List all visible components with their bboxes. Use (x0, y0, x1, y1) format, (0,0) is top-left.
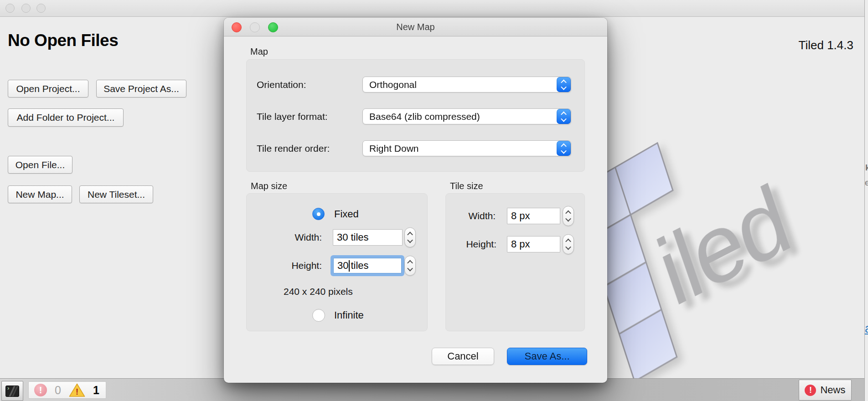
tile-layer-format-value: Base64 (zlib compressed) (369, 111, 480, 122)
issues-counter[interactable]: ! 0 ! 1 (28, 381, 106, 399)
tile-layer-format-select[interactable]: Base64 (zlib compressed) (362, 108, 571, 124)
save-project-as-button[interactable]: Save Project As... (96, 80, 186, 98)
tile-width-input[interactable]: 8 px (507, 208, 560, 224)
zoom-dialog-icon[interactable] (268, 22, 278, 32)
app-version-label: Tiled 1.4.3 (799, 38, 853, 52)
tile-layer-format-label: Tile layer format: (257, 108, 328, 124)
fixed-radio-label[interactable]: Fixed (334, 208, 359, 220)
watermark-text: iled (647, 170, 798, 321)
warning-count: 1 (93, 384, 99, 397)
map-height-stepper[interactable] (404, 256, 416, 276)
map-width-stepper[interactable] (404, 227, 416, 247)
open-file-button[interactable]: Open File... (8, 156, 72, 174)
map-height-input[interactable]: 30 tiles (333, 258, 402, 273)
tile-height-stepper[interactable] (563, 234, 574, 254)
tile-height-input[interactable]: 8 px (507, 236, 560, 252)
orientation-value: Orthogonal (369, 79, 417, 90)
map-height-label: Height: (265, 260, 322, 271)
chevron-up-down-icon[interactable] (557, 141, 571, 156)
orientation-label: Orientation: (257, 77, 306, 93)
add-folder-to-project-button[interactable]: Add Folder to Project... (8, 108, 124, 127)
error-icon: ! (34, 384, 47, 396)
pixel-size-summary: 240 x 240 pixels (284, 286, 353, 297)
close-dialog-icon[interactable] (232, 22, 242, 32)
console-toggle-button[interactable] (1, 381, 23, 401)
fixed-radio[interactable] (312, 208, 325, 220)
open-project-button[interactable]: Open Project... (8, 80, 88, 98)
tile-width-stepper[interactable] (563, 206, 574, 226)
tile-height-label: Height: (450, 239, 496, 250)
dialog-title: New Map (224, 18, 607, 36)
page-title: No Open Files (8, 31, 118, 50)
infinite-radio-label[interactable]: Infinite (334, 309, 364, 322)
error-count: 0 (55, 384, 61, 397)
terminal-icon (5, 386, 19, 397)
minimize-dialog-icon (250, 22, 260, 32)
warning-icon: ! (69, 383, 85, 397)
tile-render-order-label: Tile render order: (257, 140, 330, 156)
tile-width-label: Width: (450, 211, 496, 221)
right-edge-strip: k e a (864, 0, 868, 401)
save-as-button[interactable]: Save As... (507, 348, 587, 365)
text-cursor (349, 260, 350, 272)
chevron-up-down-icon[interactable] (557, 77, 571, 92)
map-width-input[interactable]: 30 tiles (333, 229, 403, 246)
infinite-radio[interactable] (312, 309, 325, 322)
cancel-button[interactable]: Cancel (432, 348, 494, 365)
zoom-window-icon[interactable] (36, 4, 46, 13)
new-tileset-button[interactable]: New Tileset... (79, 185, 153, 203)
tile-render-order-select[interactable]: Right Down (362, 140, 571, 156)
new-map-dialog: New Map Map Orientation: Orthogonal Tile… (224, 18, 607, 383)
minimize-window-icon[interactable] (21, 4, 31, 13)
main-window-titlebar (0, 0, 864, 17)
map-size-group-label: Map size (251, 181, 287, 191)
news-button[interactable]: ! News (799, 380, 852, 401)
map-group-label: Map (250, 46, 268, 57)
news-badge-icon: ! (805, 385, 816, 396)
map-width-label: Width: (265, 232, 322, 243)
dialog-titlebar[interactable]: New Map (224, 18, 607, 36)
new-map-button[interactable]: New Map... (8, 185, 72, 203)
close-window-icon[interactable] (5, 4, 15, 13)
orientation-select[interactable]: Orthogonal (362, 77, 571, 93)
tile-render-order-value: Right Down (369, 143, 419, 154)
chevron-up-down-icon[interactable] (557, 109, 571, 124)
tile-size-group-label: Tile size (450, 181, 483, 191)
svg-text:!: ! (76, 387, 78, 396)
